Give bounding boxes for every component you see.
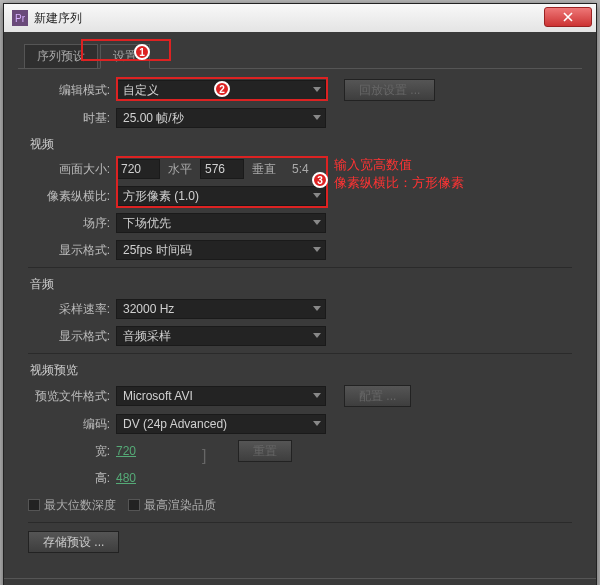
tab-bar: 序列预设 设置 1: [18, 40, 582, 69]
row-par: 像素纵横比: 方形像素 (1.0) 3 输入宽高数值像素纵横比：方形像素: [28, 186, 572, 206]
select-par[interactable]: 方形像素 (1.0): [116, 186, 326, 206]
row-checkboxes: 最大位数深度 最高渲染品质: [28, 495, 572, 515]
checkbox-max-depth[interactable]: 最大位数深度: [28, 497, 116, 514]
row-preview-height: 高: 480: [28, 468, 572, 488]
select-codec[interactable]: DV (24p Advanced): [116, 414, 326, 434]
checkbox-icon: [128, 499, 140, 511]
row-save-preset: 存储预设 ...: [28, 531, 572, 553]
row-audio-display: 显示格式: 音频采样: [28, 326, 572, 346]
value-preview-height: 480: [116, 471, 136, 485]
save-preset-button[interactable]: 存储预设 ...: [28, 531, 119, 553]
select-field-order[interactable]: 下场优先: [116, 213, 326, 233]
chevron-down-icon: [313, 220, 321, 225]
select-sample-rate[interactable]: 32000 Hz: [116, 299, 326, 319]
label-timebase: 时基:: [28, 110, 116, 127]
select-timebase[interactable]: 25.00 帧/秒: [116, 108, 326, 128]
svg-text:Pr: Pr: [15, 13, 26, 24]
chevron-down-icon: [313, 193, 321, 198]
chevron-down-icon: [313, 115, 321, 120]
label-horizontal: 水平: [160, 161, 200, 178]
checkbox-max-quality[interactable]: 最高渲染品质: [128, 497, 216, 514]
chevron-down-icon: [313, 87, 321, 92]
section-video: 视频: [30, 136, 572, 153]
input-width[interactable]: [116, 159, 160, 179]
label-video-display: 显示格式:: [28, 242, 116, 259]
row-video-display: 显示格式: 25fps 时间码: [28, 240, 572, 260]
window-title: 新建序列: [34, 10, 588, 27]
row-preview-format: 预览文件格式: Microsoft AVI 配置 ...: [28, 385, 572, 407]
label-frame-size: 画面大小:: [28, 161, 116, 178]
marker-2: 2: [214, 81, 230, 97]
row-frame-size: 画面大小: 水平 垂直 5:4: [28, 159, 572, 179]
label-par: 像素纵横比:: [28, 188, 116, 205]
bracket-icon: ]: [198, 447, 210, 465]
seq-name-row: 序列名称:: [4, 578, 596, 585]
label-field-order: 场序:: [28, 215, 116, 232]
label-preview-height: 高:: [28, 470, 116, 487]
label-edit-mode: 编辑模式:: [28, 82, 116, 99]
section-audio: 音频: [30, 276, 572, 293]
titlebar[interactable]: Pr 新建序列: [4, 4, 596, 32]
divider: [28, 267, 572, 268]
divider: [28, 522, 572, 523]
settings-form: 编辑模式: 自定义 回放设置 ... 2 时基: 25.00 帧/秒 视频 画面…: [18, 69, 582, 564]
app-icon: Pr: [12, 10, 28, 26]
playback-settings-button[interactable]: 回放设置 ...: [344, 79, 435, 101]
annotation-text: 输入宽高数值像素纵横比：方形像素: [334, 156, 464, 192]
label-sample-rate: 采样速率:: [28, 301, 116, 318]
input-height[interactable]: [200, 159, 244, 179]
reset-button[interactable]: 重置: [238, 440, 292, 462]
close-button[interactable]: [544, 7, 592, 27]
content-area: 序列预设 设置 1 编辑模式: 自定义 回放设置 ... 2 时基: 25.00…: [4, 32, 596, 578]
marker-1: 1: [134, 44, 150, 60]
chevron-down-icon: [313, 247, 321, 252]
label-audio-display: 显示格式:: [28, 328, 116, 345]
row-timebase: 时基: 25.00 帧/秒: [28, 108, 572, 128]
chevron-down-icon: [313, 393, 321, 398]
row-preview-width: 宽: 720 ] 重置: [28, 441, 572, 461]
select-preview-format[interactable]: Microsoft AVI: [116, 386, 326, 406]
tab-preset[interactable]: 序列预设: [24, 44, 98, 68]
label-codec: 编码:: [28, 416, 116, 433]
row-edit-mode: 编辑模式: 自定义 回放设置 ... 2: [28, 79, 572, 101]
value-preview-width: 720: [116, 444, 136, 458]
dialog-window: Pr 新建序列 序列预设 设置 1 编辑模式: 自定义 回放设置 ... 2 时…: [3, 3, 597, 585]
select-video-display[interactable]: 25fps 时间码: [116, 240, 326, 260]
chevron-down-icon: [313, 306, 321, 311]
label-preview-format: 预览文件格式:: [28, 388, 116, 405]
chevron-down-icon: [313, 421, 321, 426]
row-field-order: 场序: 下场优先: [28, 213, 572, 233]
label-vertical: 垂直: [244, 161, 284, 178]
section-preview: 视频预览: [30, 362, 572, 379]
select-audio-display[interactable]: 音频采样: [116, 326, 326, 346]
marker-3: 3: [312, 172, 328, 188]
label-aspect: 5:4: [284, 162, 317, 176]
row-sample-rate: 采样速率: 32000 Hz: [28, 299, 572, 319]
divider: [28, 353, 572, 354]
row-codec: 编码: DV (24p Advanced): [28, 414, 572, 434]
checkbox-icon: [28, 499, 40, 511]
label-preview-width: 宽:: [28, 443, 116, 460]
configure-button[interactable]: 配置 ...: [344, 385, 411, 407]
close-icon: [563, 12, 573, 22]
chevron-down-icon: [313, 333, 321, 338]
